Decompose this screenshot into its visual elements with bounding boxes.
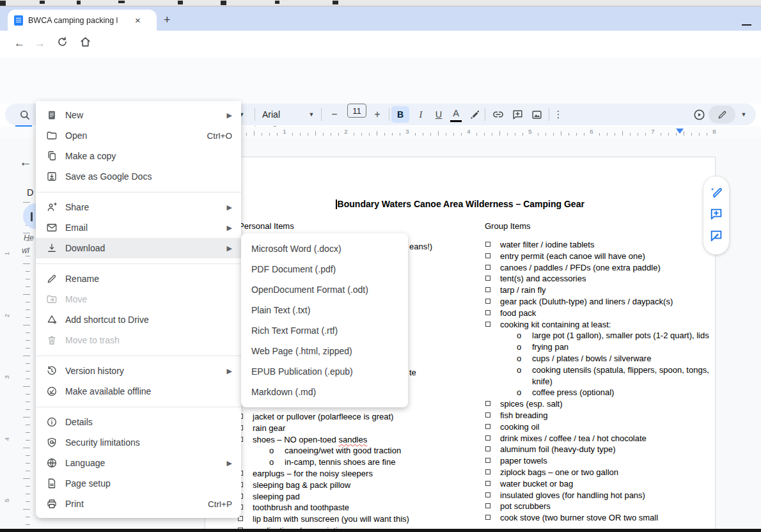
group-items-heading[interactable]: Group Items xyxy=(485,221,531,231)
menu-item-label: Download xyxy=(65,243,227,253)
sub-bullet: o xyxy=(269,445,285,457)
ruler-tick xyxy=(26,425,30,425)
item-text: drink mixes / coffee / tea / hot chocola… xyxy=(500,433,647,444)
menu-item-label: Make available offline xyxy=(65,386,232,396)
clock-play-icon[interactable] xyxy=(691,104,707,125)
menu-item-share[interactable]: Share▶ xyxy=(36,197,241,217)
menu-item-make-available-offline[interactable]: Make available offline xyxy=(36,381,241,402)
download-option-web-page-html-zipped[interactable]: Web Page (.html, zipped) xyxy=(241,341,408,361)
back-icon[interactable]: ← xyxy=(14,37,25,50)
open-icon xyxy=(46,130,58,141)
checklist-item: cook stove (two burner stove OR two smal… xyxy=(485,512,714,524)
checklist-item: gear pack (Duluth-type) and liners / day… xyxy=(485,296,714,308)
menu-item-label: Save as Google Docs xyxy=(65,171,232,182)
increase-font-button[interactable]: + xyxy=(371,104,384,125)
insert-link-icon[interactable] xyxy=(490,104,506,125)
ruler-tick xyxy=(26,309,30,310)
menu-item-make-a-copy[interactable]: Make a copy xyxy=(36,146,241,166)
menu-item-security-limitations[interactable]: Security limitations xyxy=(36,432,241,453)
doc-heading[interactable]: Boundary Waters Canoe Area Wilderness – … xyxy=(205,199,716,209)
font-family-select[interactable]: Arial xyxy=(262,104,301,125)
make-a-copy-icon xyxy=(46,150,58,162)
browser-tab[interactable]: BWCA camping packing l × xyxy=(8,10,157,31)
font-dropdown-icon[interactable]: ▼ xyxy=(307,104,316,125)
highlight-color-icon[interactable] xyxy=(467,104,482,125)
menu-item-email[interactable]: Email▶ xyxy=(36,217,241,238)
download-option-pdf-document-pdf[interactable]: PDF Document (.pdf) xyxy=(241,259,408,279)
download-option-rich-text-format-rtf[interactable]: Rich Text Format (.rtf) xyxy=(241,320,408,341)
menu-item-page-setup[interactable]: Page setup xyxy=(36,473,241,494)
item-text: food pack xyxy=(500,308,536,319)
ruler-tick xyxy=(269,133,270,136)
ruler-tick xyxy=(277,133,278,136)
decrease-font-button[interactable]: − xyxy=(328,104,341,125)
menu-item-save-as-google-docs[interactable]: Save as Google Docs xyxy=(36,166,241,187)
ruler-number: 5 xyxy=(3,499,10,502)
editing-mode-button[interactable] xyxy=(709,106,735,123)
item-text: tarp / rain fly xyxy=(500,285,546,296)
ruler-tick xyxy=(26,286,30,287)
ruler-tick xyxy=(668,133,669,136)
menu-item-download[interactable]: Download▶ xyxy=(36,238,241,258)
download-option-epub-publication-epub[interactable]: EPUB Publication (.epub) xyxy=(241,361,408,382)
panel-text-fragment: He xyxy=(24,233,34,242)
menu-item-language[interactable]: Language▶ xyxy=(36,453,241,473)
new-tab-button[interactable]: + xyxy=(164,14,171,26)
bold-button[interactable]: B xyxy=(391,106,409,123)
suggest-edits-icon[interactable] xyxy=(709,229,723,246)
item-text: cooking utensils (spatula, flippers, spo… xyxy=(532,364,714,387)
italic-button[interactable]: I xyxy=(414,104,427,125)
ruler-tick xyxy=(246,133,247,136)
ruler-tick xyxy=(492,133,492,136)
toolbar-overflow-icon[interactable]: ⋮ xyxy=(553,104,564,125)
item-text: canoes / paddles / PFDs (one extra paddl… xyxy=(500,262,661,274)
right-indent-marker[interactable] xyxy=(676,129,684,134)
menu-item-label: Rename xyxy=(65,274,232,284)
menu-item-details[interactable]: Details xyxy=(36,412,241,432)
ruler-tick xyxy=(23,294,30,295)
checkbox-icon xyxy=(485,322,490,327)
docs-favicon-icon xyxy=(14,15,23,26)
download-option-markdown-md[interactable]: Markdown (.md) xyxy=(241,382,408,402)
checkbox-icon xyxy=(485,446,490,451)
menu-item-print[interactable]: PrintCtrl+P xyxy=(36,494,241,514)
help-me-write-icon[interactable] xyxy=(709,185,723,202)
personal-items-heading[interactable]: Personal Items xyxy=(239,221,294,231)
font-size-input[interactable]: 11 xyxy=(347,104,366,118)
sub-list-item: ocooking utensils (spatula, flippers, sp… xyxy=(485,364,714,387)
minimize-button[interactable] xyxy=(742,24,751,26)
download-option-opendocument-format-odt[interactable]: OpenDocument Format (.odt) xyxy=(241,279,408,300)
menu-item-new[interactable]: New▶ xyxy=(36,105,241,125)
download-option-plain-text-txt[interactable]: Plain Text (.txt) xyxy=(241,300,408,320)
checkbox-icon xyxy=(485,412,490,418)
text-color-button[interactable]: A xyxy=(450,107,462,122)
ruler-tick xyxy=(26,471,30,471)
personal-items-list[interactable]: jacket or pullover (polarfleece is great… xyxy=(237,411,442,532)
menu-item-add-shortcut-to-drive[interactable]: Add shortcut to Drive xyxy=(36,309,241,330)
submenu-arrow-icon: ▶ xyxy=(227,244,232,253)
checklist-item: cooking oil xyxy=(485,421,714,433)
home-icon[interactable] xyxy=(79,36,91,51)
download-option-microsoft-word-docx[interactable]: Microsoft Word (.docx) xyxy=(241,239,408,259)
insert-image-icon[interactable] xyxy=(528,104,545,125)
group-items-list[interactable]: water filter / iodine tabletsentry permi… xyxy=(485,239,714,524)
menu-item-rename[interactable]: Rename xyxy=(36,269,241,289)
reload-icon[interactable] xyxy=(56,36,68,51)
menu-item-open[interactable]: OpenCtrl+O xyxy=(36,125,241,146)
ruler-tick xyxy=(26,409,30,410)
menu-divider xyxy=(36,356,241,356)
underline-button[interactable]: U xyxy=(432,104,445,125)
mode-dropdown-icon[interactable]: ▼ xyxy=(739,104,748,125)
collapse-panel-icon[interactable]: ← xyxy=(19,155,32,169)
tab-close-icon[interactable]: × xyxy=(135,15,141,26)
add-comment-icon[interactable] xyxy=(509,104,526,125)
search-menus-icon[interactable] xyxy=(17,104,32,125)
item-text: cooking kit containing at least: xyxy=(500,319,611,331)
menu-item-version-history[interactable]: Version history▶ xyxy=(36,361,241,381)
sub-bullet: o xyxy=(517,341,532,353)
decor xyxy=(118,1,125,3)
ruler-tick xyxy=(26,494,30,494)
add-comment-blue-icon[interactable] xyxy=(709,207,723,224)
text-cursor xyxy=(336,199,337,209)
menu-item-label: New xyxy=(65,110,227,120)
